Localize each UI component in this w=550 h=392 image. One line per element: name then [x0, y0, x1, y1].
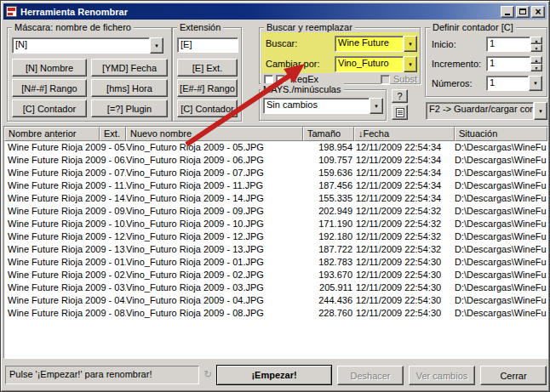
cell-new-name: Vino_Futuro Rioja 2009 - 13.JPG — [126, 243, 303, 256]
table-row[interactable]: Wine Future Rioja 2009 - 02...Vino_Futur… — [4, 269, 547, 281]
cell-new-name: Vino_Futuro Rioja 2009 - 06.JPG — [126, 154, 303, 167]
chevron-down-icon[interactable]: ▼ — [404, 56, 417, 72]
cell-date: 12/11/2009 22:54:32 — [356, 243, 455, 256]
cell-location: D:\Descargas\WineFu — [455, 281, 547, 294]
table-row[interactable]: Wine Future Rioja 2009 - 11...Vino_Futur… — [4, 179, 547, 192]
table-row[interactable]: Wine Future Rioja 2009 - 12...Vino_Futur… — [4, 230, 547, 243]
table-row[interactable]: Wine Future Rioja 2009 - 06...Vino_Futur… — [4, 154, 547, 167]
table-row[interactable]: Wine Future Rioja 2009 - 05...Vino_Futur… — [4, 141, 547, 154]
window-title: Herramienta Renombrar — [20, 7, 501, 17]
table-row[interactable]: Wine Future Rioja 2009 - 09...Vino_Futur… — [4, 205, 547, 218]
table-row[interactable]: Wine Future Rioja 2009 - 04...Vino_Futur… — [4, 294, 547, 307]
start-button[interactable]: ¡Empezar! — [216, 365, 332, 385]
mask-time-button[interactable]: [hms] Hora — [91, 79, 168, 97]
case-combobox-value[interactable]: Sin cambios — [263, 98, 370, 114]
increment-field[interactable]: 1 — [486, 56, 530, 71]
column-header-ext[interactable]: Ext. — [100, 127, 126, 141]
mask-name-button[interactable]: [N] Nombre — [12, 59, 87, 77]
spin-up-icon: ▲ — [530, 37, 542, 44]
column-header-date[interactable]: ↓Fecha — [354, 127, 455, 141]
file-icon — [396, 108, 404, 117]
mask-range-button[interactable]: [N#-#] Rango — [12, 79, 87, 97]
mask-counter-button[interactable]: [C] Contador — [12, 99, 87, 117]
extension-range-button[interactable]: [E#-#] Rango — [177, 79, 238, 97]
table-row[interactable]: Wine Future Rioja 2009 - 13...Vino_Futur… — [4, 243, 547, 256]
table-row[interactable]: Wine Future Rioja 2009 - 07...Vino_Futur… — [4, 167, 547, 179]
cell-new-name: Vino_Futuro Rioja 2009 - 02.JPG — [126, 269, 303, 281]
search-value[interactable]: Wine Future — [335, 36, 404, 52]
chevron-down-icon[interactable]: ▼ — [404, 36, 417, 52]
column-header-location[interactable]: Situación — [455, 127, 547, 141]
cell-new-name: Vino_Futuro Rioja 2009 - 14.JPG — [126, 192, 303, 205]
search-combobox[interactable]: Wine Future ▼ — [335, 36, 417, 52]
maximize-icon — [519, 9, 526, 14]
start-stepper[interactable]: ▲▼ — [530, 37, 542, 52]
cell-old-name: Wine Future Rioja 2009 - 05... — [4, 141, 126, 154]
cell-old-name: Wine Future Rioja 2009 - 11... — [4, 179, 126, 192]
cell-old-name: Wine Future Rioja 2009 - 09... — [4, 205, 126, 218]
cell-date: 12/11/2009 22:54:34 — [356, 141, 455, 154]
chevron-down-icon[interactable]: ▼ — [150, 37, 163, 54]
increment-label: Incremento: — [432, 59, 481, 69]
mask-combobox-value[interactable]: [N] — [12, 37, 150, 54]
cell-old-name: Wine Future Rioja 2009 - 07... — [4, 167, 126, 179]
cell-old-name: Wine Future Rioja 2009 - 03... — [4, 281, 126, 294]
column-header-size[interactable]: Tamaño — [303, 127, 354, 141]
cell-old-name: Wine Future Rioja 2009 - 13... — [4, 243, 126, 256]
cell-date: 12/11/2009 22:54:30 — [356, 256, 455, 269]
spin-down-icon: ▼ — [530, 64, 542, 71]
mask-date-button[interactable]: [YMD] Fecha — [91, 59, 168, 77]
mask-group: Máscara: nombre de fichero [N] ▼ [N] Nom… — [7, 27, 172, 122]
table-row[interactable]: Wine Future Rioja 2009 - 08...Vino_Futur… — [4, 307, 547, 320]
table-row[interactable]: Wine Future Rioja 2009 - 01...Vino_Futur… — [4, 256, 547, 269]
table-row[interactable]: Wine Future Rioja 2009 - 14...Vino_Futur… — [4, 192, 547, 205]
column-header-old-name[interactable]: Nombre anterior — [4, 127, 100, 141]
case-combobox[interactable]: Sin cambios ▼ — [263, 98, 383, 114]
cell-date: 12/11/2009 22:54:32 — [356, 230, 455, 243]
replace-value[interactable]: Vino_Futuro — [335, 56, 404, 72]
cell-size: 198.954 — [303, 141, 356, 154]
chevron-down-icon[interactable]: ▼ — [529, 76, 542, 91]
load-profile-button[interactable] — [392, 105, 408, 120]
minimize-button[interactable] — [501, 6, 514, 18]
mask-plugin-button[interactable]: [=?] Plugin — [91, 99, 168, 117]
extension-counter-button[interactable]: [C] Contador — [177, 99, 238, 117]
table-row[interactable]: Wine Future Rioja 2009 - 03...Vino_Futur… — [4, 281, 547, 294]
cell-new-name: Vino_Futuro Rioja 2009 - 05.JPG — [126, 141, 303, 154]
digits-combobox-value[interactable]: 1 — [486, 76, 529, 91]
cell-old-name: Wine Future Rioja 2009 - 12... — [4, 230, 126, 243]
cell-old-name: Wine Future Rioja 2009 - 02... — [4, 269, 126, 281]
mask-combobox[interactable]: [N] ▼ — [12, 37, 163, 54]
close-icon: × — [535, 8, 541, 16]
view-changes-button: Ver cambios — [409, 366, 475, 385]
digits-combobox[interactable]: 1 ▼ — [486, 76, 542, 91]
close-button[interactable]: × — [531, 6, 545, 18]
maximize-button[interactable] — [516, 6, 530, 18]
chevron-down-icon[interactable]: ▼ — [370, 98, 383, 114]
cell-old-name: Wine Future Rioja 2009 - 10... — [4, 218, 126, 230]
extension-ext-button[interactable]: [E] Ext. — [177, 59, 238, 77]
extension-field[interactable]: [E] — [177, 37, 238, 53]
cell-location: D:\Descargas\WineFu — [455, 141, 547, 154]
cell-location: D:\Descargas\WineFu — [455, 192, 547, 205]
cell-date: 12/11/2009 22:54:34 — [356, 154, 455, 167]
start-field[interactable]: 1 — [486, 37, 530, 52]
cell-size: 205.911 — [303, 281, 356, 294]
replace-combobox[interactable]: Vino_Futuro ▼ — [335, 56, 417, 72]
cell-size: 171.190 — [303, 218, 356, 230]
cell-location: D:\Descargas\WineFu — [455, 243, 547, 256]
chevron-down-icon[interactable]: ▼ — [534, 102, 547, 120]
spin-down-icon: ▼ — [530, 44, 542, 52]
cell-size: 228.760 — [303, 307, 356, 320]
titlebar[interactable]: Herramienta Renombrar × — [3, 3, 547, 20]
table-row[interactable]: Wine Future Rioja 2009 - 10...Vino_Futur… — [4, 218, 547, 230]
cell-date: 12/11/2009 22:54:30 — [356, 281, 455, 294]
cell-new-name: Vino_Futuro Rioja 2009 - 04.JPG — [126, 294, 303, 307]
profile-combobox-value[interactable]: F2 -> Guardar/cargar cor — [426, 102, 534, 120]
increment-stepper[interactable]: ▲▼ — [530, 56, 542, 71]
close-dialog-button[interactable]: Cerrar — [480, 366, 547, 385]
column-header-new-name[interactable]: Nuevo nombre — [126, 127, 303, 141]
help-button[interactable]: ? — [392, 89, 408, 103]
cell-new-name: Vino_Futuro Rioja 2009 - 03.JPG — [126, 281, 303, 294]
profile-combobox[interactable]: F2 -> Guardar/cargar cor ▼ — [426, 102, 547, 120]
